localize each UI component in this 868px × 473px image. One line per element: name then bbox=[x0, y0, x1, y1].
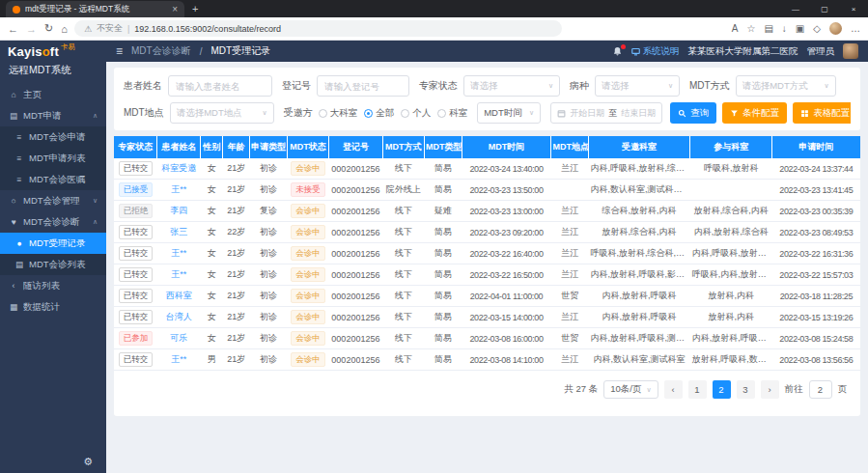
cell-patient: 王** bbox=[157, 264, 201, 286]
minimize-button[interactable]: — bbox=[781, 0, 810, 17]
cell-age: 21岁 bbox=[223, 286, 250, 307]
cell-expert_status: 已参加 bbox=[114, 328, 157, 349]
menu-toggle-icon[interactable]: ≡ bbox=[116, 44, 123, 58]
page-2-button[interactable]: 2 bbox=[713, 380, 731, 399]
mdt-time-select[interactable]: MDT时间 ∨ bbox=[477, 102, 541, 124]
downloads-icon[interactable]: ↓ bbox=[782, 23, 787, 34]
cell-age: 21岁 bbox=[223, 201, 250, 222]
table-config-button[interactable]: 表格配置 bbox=[793, 102, 851, 124]
filter-panel: 患者姓名 登记号 专家状态 请选择 ∨ bbox=[114, 68, 860, 130]
page-1-button[interactable]: 1 bbox=[688, 380, 707, 399]
browser-tab[interactable]: mdt受理记录 - 远程MDT系统 × bbox=[6, 1, 184, 17]
page-size-select[interactable]: 10条/页 ∨ bbox=[603, 380, 658, 399]
cell-joined_depts bbox=[690, 180, 772, 201]
goto-page-input[interactable] bbox=[809, 380, 832, 399]
tab-close-icon[interactable]: × bbox=[172, 4, 178, 14]
patient-link[interactable]: 可乐 bbox=[170, 333, 187, 343]
patient-link[interactable]: 西科室 bbox=[166, 291, 192, 300]
patient-link[interactable]: 李四 bbox=[170, 206, 187, 215]
notification-bell-icon[interactable] bbox=[612, 46, 623, 57]
cell-mdt_status: 会诊中 bbox=[287, 201, 328, 222]
refresh-icon[interactable]: ↻ bbox=[44, 22, 53, 35]
date-range-picker[interactable]: 开始日期 至 结束日期 bbox=[550, 102, 662, 124]
cell-mdt_type: 简易 bbox=[425, 158, 462, 180]
patient-link[interactable]: 王** bbox=[171, 269, 186, 279]
chevron-down-icon: ∨ bbox=[529, 109, 534, 117]
favorites-bar-icon[interactable]: ▤ bbox=[764, 23, 772, 34]
cell-mdt_mode: 线下 bbox=[382, 307, 424, 328]
forward-icon[interactable]: → bbox=[26, 23, 37, 35]
filter-funnel-icon bbox=[730, 109, 739, 118]
cell-mdt_time: 2022-03-08 14:10:00 bbox=[462, 349, 551, 371]
invitee-radio-全部[interactable]: 全部 bbox=[364, 107, 394, 120]
condition-config-button[interactable]: 条件配置 bbox=[722, 102, 787, 124]
invitee-radio-个人[interactable]: 个人 bbox=[401, 107, 431, 120]
column-header-7: MDT方式 bbox=[382, 136, 424, 158]
chevron-down-icon: ∨ bbox=[93, 197, 98, 205]
read-aloud-icon[interactable]: A bbox=[732, 23, 739, 34]
prev-page-button[interactable]: ‹ bbox=[664, 380, 683, 399]
address-bar[interactable]: ⚠ 不安全 | 192.168.0.156:9002/consultate/re… bbox=[74, 20, 562, 37]
cell-joined_depts: 内科,放射科,呼吸科,测试科室 bbox=[690, 328, 772, 349]
mdt-place-select[interactable]: 请选择MDT地点 ∨ bbox=[170, 102, 274, 124]
radio-label: 个人 bbox=[412, 107, 431, 120]
patient-name-input[interactable] bbox=[168, 75, 272, 97]
extensions-icon[interactable]: ◇ bbox=[813, 23, 821, 34]
sidebar-item-5[interactable]: ○MDT会诊管理∨ bbox=[0, 190, 106, 211]
cell-age: 21岁 bbox=[223, 349, 250, 371]
cell-mdt_status: 未接受 bbox=[287, 180, 328, 201]
cell-joined_depts: 放射科,呼吸科,数认科室,测试科室 bbox=[690, 349, 772, 371]
system-note-link[interactable]: 系统说明 bbox=[631, 45, 680, 58]
sidebar-item-0[interactable]: ⌂主页 bbox=[0, 84, 106, 105]
cell-apply_type: 初诊 bbox=[250, 243, 288, 264]
next-page-button[interactable]: › bbox=[761, 380, 779, 399]
sidebar-item-4[interactable]: ≡MDT会诊医嘱 bbox=[0, 169, 106, 190]
invitee-radio-科室[interactable]: 科室 bbox=[437, 107, 467, 120]
favorite-star-icon[interactable]: ☆ bbox=[746, 23, 755, 34]
cell-reg_no: 0002001256 bbox=[329, 264, 383, 286]
profile-avatar[interactable] bbox=[829, 22, 842, 35]
sidebar-item-6[interactable]: ♥MDT会诊诊断∧ bbox=[0, 211, 106, 233]
column-header-5: MDT状态 bbox=[287, 136, 328, 158]
cell-apply_time: 2022-03-23 08:49:53 bbox=[772, 222, 860, 243]
user-avatar[interactable] bbox=[843, 43, 858, 59]
collections-icon[interactable]: ▣ bbox=[796, 23, 804, 34]
maximize-button[interactable]: ▢ bbox=[810, 0, 839, 17]
settings-gear-icon[interactable]: ⚙ bbox=[83, 456, 93, 468]
page-3-button[interactable]: 3 bbox=[737, 380, 755, 399]
browser-menu-icon[interactable]: … bbox=[851, 23, 860, 34]
sidebar-item-7[interactable]: ●MDT受理记录 bbox=[0, 233, 106, 254]
cell-mdt_time: 2022-03-22 16:50:00 bbox=[462, 264, 551, 286]
invitee-radio-大科室[interactable]: 大科室 bbox=[319, 107, 358, 120]
monitor-icon bbox=[631, 47, 640, 56]
disease-select[interactable]: 请选择 ∨ bbox=[595, 75, 680, 97]
cell-apply_time: 2022-03-08 13:56:56 bbox=[772, 349, 860, 371]
patient-link[interactable]: 王** bbox=[171, 184, 186, 194]
home-icon[interactable]: ⌂ bbox=[61, 23, 68, 35]
breadcrumb-parent: MDT会诊诊断 bbox=[131, 44, 191, 58]
sidebar-item-1[interactable]: ▤MDT申请∧ bbox=[0, 105, 106, 126]
expert-status-select[interactable]: 请选择 ∨ bbox=[463, 75, 560, 97]
new-tab-button[interactable]: + bbox=[192, 3, 198, 14]
patient-link[interactable]: 科室受邀 bbox=[161, 163, 196, 173]
mdt-status-tag: 会诊中 bbox=[291, 267, 325, 282]
sidebar-item-9[interactable]: ‹随访列表 bbox=[0, 275, 106, 296]
sidebar-item-8[interactable]: ▤MDT会诊列表 bbox=[0, 254, 106, 275]
cell-gender: 女 bbox=[201, 222, 223, 243]
back-icon[interactable]: ← bbox=[8, 23, 18, 35]
mdt-status-tag: 会诊中 bbox=[291, 161, 325, 176]
sidebar-item-3[interactable]: ≡MDT申请列表 bbox=[0, 148, 106, 169]
sidebar-item-10[interactable]: ▦数据统计 bbox=[0, 296, 106, 318]
table-row-5: 已转交王**女21岁初诊会诊中0002001256线下简易2022-03-22 … bbox=[114, 264, 860, 286]
close-button[interactable]: × bbox=[839, 0, 868, 17]
patient-link[interactable]: 王** bbox=[171, 354, 186, 364]
column-header-13: 申请时间 bbox=[772, 136, 860, 158]
mdt-mode-select[interactable]: 请选择MDT方式 ∨ bbox=[736, 75, 836, 97]
patient-link[interactable]: 张三 bbox=[170, 227, 187, 236]
patient-link[interactable]: 王** bbox=[171, 248, 186, 258]
patient-link[interactable]: 台湾人 bbox=[166, 312, 192, 321]
search-button[interactable]: 查询 bbox=[670, 102, 716, 124]
cell-apply_time: 2022-03-08 15:24:58 bbox=[772, 328, 860, 349]
sidebar-item-2[interactable]: ≡MDT会诊申请 bbox=[0, 126, 106, 148]
register-no-input[interactable] bbox=[317, 75, 409, 97]
